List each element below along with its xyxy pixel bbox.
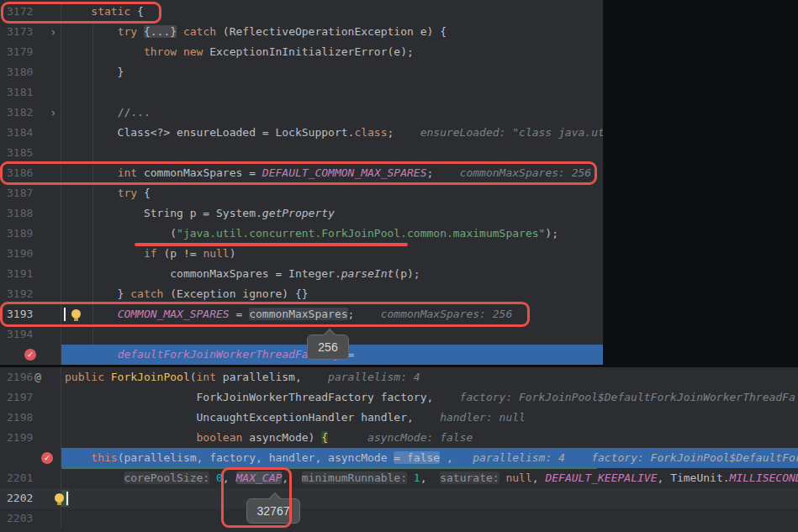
- line-number[interactable]: 3192: [7, 284, 33, 304]
- code-line[interactable]: 2201 corePoolSize: 0, MAX_CAP, minimumRu…: [0, 468, 798, 488]
- code-line[interactable]: 3191 commonMaxSpares = Integer.parseInt(…: [0, 264, 603, 284]
- code-line[interactable]: 3187 try {: [0, 183, 603, 203]
- code-line[interactable]: 3172 static {: [0, 2, 603, 22]
- gutter[interactable]: 3190: [0, 244, 61, 264]
- gutter[interactable]: 3192: [0, 284, 61, 304]
- gutter[interactable]: 3173›: [0, 22, 61, 42]
- gutter[interactable]: 2196@: [0, 367, 61, 387]
- fold-arrow-icon[interactable]: ›: [50, 106, 56, 119]
- intention-bulb-icon[interactable]: [55, 493, 64, 503]
- code-text[interactable]: [61, 508, 798, 529]
- line-number[interactable]: 3186: [7, 163, 33, 183]
- code-text[interactable]: corePoolSize: 0, MAX_CAP, minimumRunnabl…: [61, 468, 798, 488]
- code-line[interactable]: 3188 String p = System.getProperty: [0, 203, 603, 224]
- code-text[interactable]: try {: [61, 183, 603, 203]
- breakpoint-icon[interactable]: ✓: [41, 452, 53, 464]
- line-number[interactable]: 3189: [7, 224, 33, 244]
- code-line[interactable]: ✓ this(parallelism, factory, handler, as…: [0, 448, 798, 468]
- gutter[interactable]: 3186: [0, 163, 61, 183]
- gutter[interactable]: 3187: [0, 183, 61, 203]
- breakpoint-icon[interactable]: ✓: [24, 349, 36, 361]
- gutter[interactable]: ✓: [0, 345, 61, 365]
- code-line[interactable]: 3190 if (p != null): [0, 244, 603, 264]
- editor-pane-bottom[interactable]: 2196@public ForkJoinPool(int parallelism…: [0, 365, 798, 532]
- code-line[interactable]: 3186 int commonMaxSpares = DEFAULT_COMMO…: [0, 163, 603, 183]
- annotation-marker-icon[interactable]: @: [34, 367, 41, 387]
- gutter[interactable]: 3182›: [0, 103, 61, 123]
- line-number[interactable]: 3181: [7, 82, 33, 103]
- fold-arrow-icon[interactable]: ›: [50, 25, 56, 39]
- line-number[interactable]: 3182: [7, 103, 33, 123]
- code-text[interactable]: String p = System.getProperty: [61, 203, 603, 224]
- code-line[interactable]: 3185: [0, 143, 603, 163]
- code-text[interactable]: [61, 82, 603, 103]
- code-line[interactable]: 2196@public ForkJoinPool(int parallelism…: [0, 367, 798, 387]
- line-number[interactable]: 3191: [7, 264, 33, 284]
- line-number[interactable]: 3194: [7, 324, 33, 345]
- editor-pane-top[interactable]: 3172 static {3173› try {...} catch (Refl…: [0, 0, 603, 365]
- intention-bulb-icon[interactable]: [71, 309, 81, 319]
- code-text[interactable]: if (p != null): [61, 244, 603, 264]
- code-text[interactable]: [61, 488, 798, 508]
- code-text[interactable]: this(parallelism, factory, handler, asyn…: [61, 448, 798, 468]
- line-number[interactable]: 3187: [7, 183, 33, 203]
- gutter[interactable]: 2202: [0, 488, 61, 508]
- line-number[interactable]: 3180: [7, 62, 33, 82]
- gutter[interactable]: 2201: [0, 468, 61, 488]
- line-number[interactable]: 3172: [7, 2, 33, 22]
- gutter[interactable]: 2197: [0, 387, 61, 408]
- line-number[interactable]: 3179: [7, 42, 33, 62]
- code-line[interactable]: 3192 } catch (Exception ignore) {}: [0, 284, 603, 304]
- code-text[interactable]: int commonMaxSpares = DEFAULT_COMMON_MAX…: [61, 163, 603, 183]
- code-text[interactable]: UncaughtExceptionHandler handler, handle…: [61, 408, 798, 428]
- code-text[interactable]: }: [61, 62, 603, 82]
- gutter[interactable]: 3188: [0, 203, 61, 224]
- code-text[interactable]: Class<?> ensureLoaded = LockSupport.clas…: [61, 123, 603, 143]
- code-line[interactable]: 3189 ("java.util.concurrent.ForkJoinPool…: [0, 224, 603, 244]
- gutter[interactable]: 3185: [0, 143, 61, 163]
- code-line[interactable]: 2198 UncaughtExceptionHandler handler, h…: [0, 408, 798, 428]
- code-text[interactable]: //...: [61, 103, 603, 123]
- line-number[interactable]: 3188: [7, 203, 33, 224]
- code-line[interactable]: 3182› //...: [0, 103, 603, 123]
- code-line[interactable]: 2199 boolean asyncMode) { asyncMode: fal…: [0, 428, 798, 448]
- line-number[interactable]: 3184: [7, 123, 33, 143]
- debugger-value-tooltip[interactable]: 256: [307, 334, 349, 360]
- gutter[interactable]: 3172: [0, 2, 61, 22]
- gutter[interactable]: 3189: [0, 224, 61, 244]
- code-line[interactable]: 3184 Class<?> ensureLoaded = LockSupport…: [0, 123, 603, 143]
- code-text[interactable]: } catch (Exception ignore) {}: [61, 284, 603, 304]
- line-number[interactable]: 2198: [7, 408, 33, 428]
- code-line[interactable]: 3173› try {...} catch (ReflectiveOperati…: [0, 22, 603, 42]
- line-number[interactable]: 2196: [7, 367, 33, 387]
- code-line[interactable]: 3194: [0, 324, 603, 345]
- code-line[interactable]: 2203: [0, 508, 798, 529]
- code-text[interactable]: static {: [61, 2, 603, 22]
- gutter[interactable]: 3184: [0, 123, 61, 143]
- code-text[interactable]: boolean asyncMode) { asyncMode: false: [61, 428, 798, 448]
- gutter[interactable]: 3193: [0, 304, 61, 324]
- line-number[interactable]: 2197: [7, 387, 33, 408]
- code-line[interactable]: ✓ defaultForkJoinWorkerThreadFactory =: [0, 345, 603, 365]
- code-text[interactable]: ("java.util.concurrent.ForkJoinPool.comm…: [61, 224, 603, 244]
- code-text[interactable]: throw new ExceptionInInitializerError(e)…: [61, 42, 603, 62]
- line-number[interactable]: 3173: [7, 22, 33, 42]
- code-text[interactable]: COMMON_MAX_SPARES = commonMaxSpares; com…: [61, 304, 603, 324]
- gutter[interactable]: 2203: [0, 508, 61, 529]
- code-line[interactable]: 2197 ForkJoinWorkerThreadFactory factory…: [0, 387, 798, 408]
- gutter[interactable]: 3181: [0, 82, 61, 103]
- line-number[interactable]: 2201: [7, 468, 33, 488]
- code-line[interactable]: 3193 COMMON_MAX_SPARES = commonMaxSpares…: [0, 304, 603, 324]
- line-number[interactable]: 3185: [7, 143, 33, 163]
- gutter[interactable]: 3191: [0, 264, 61, 284]
- code-line[interactable]: 2202: [0, 488, 798, 508]
- gutter[interactable]: 3180: [0, 62, 61, 82]
- code-text[interactable]: ForkJoinWorkerThreadFactory factory, fac…: [61, 387, 798, 408]
- gutter[interactable]: 2199: [0, 428, 61, 448]
- code-line[interactable]: 3179 throw new ExceptionInInitializerErr…: [0, 42, 603, 62]
- line-number[interactable]: 3190: [7, 244, 33, 264]
- line-number[interactable]: 2203: [7, 508, 33, 529]
- code-line[interactable]: 3181: [0, 82, 603, 103]
- line-number[interactable]: 2199: [7, 428, 33, 448]
- line-number[interactable]: 2202: [7, 488, 33, 508]
